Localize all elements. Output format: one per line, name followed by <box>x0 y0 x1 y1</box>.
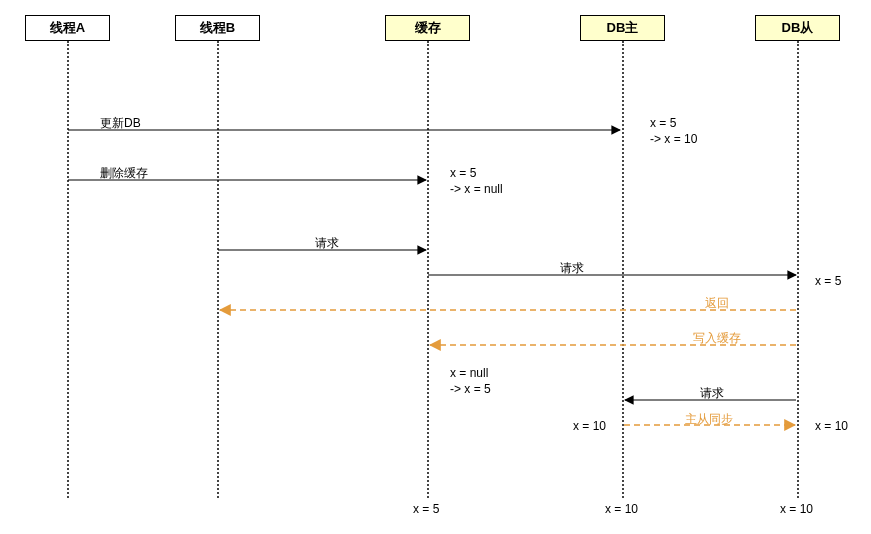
arrows-layer <box>0 0 871 534</box>
note-master-sync-left: x = 10 <box>573 418 606 434</box>
label-request-1: 请求 <box>315 235 339 252</box>
label-request-3: 请求 <box>700 385 724 402</box>
note-cache-delete-line1: x = 5 <box>450 166 476 180</box>
label-request-2: 请求 <box>560 260 584 277</box>
label-update-db: 更新DB <box>100 115 141 132</box>
label-master-slave-sync: 主从同步 <box>685 411 733 428</box>
sequence-diagram: 线程A 线程B 缓存 DB主 DB从 <box>0 0 871 534</box>
note-db-master-update: x = 5 -> x = 10 <box>650 115 697 147</box>
lifeline-thread-b <box>217 41 219 498</box>
participant-thread-a: 线程A <box>25 15 110 41</box>
note-slave-read-value: x = 5 <box>815 273 841 289</box>
note-db-master-update-line2: -> x = 10 <box>650 132 697 146</box>
endlabel-cache: x = 5 <box>413 502 439 516</box>
note-slave-sync-right: x = 10 <box>815 418 848 434</box>
endlabel-db-slave: x = 10 <box>780 502 813 516</box>
label-delete-cache: 删除缓存 <box>100 165 148 182</box>
participant-db-master: DB主 <box>580 15 665 41</box>
lifeline-db-master <box>622 41 624 498</box>
participant-thread-b: 线程B <box>175 15 260 41</box>
endlabel-db-master: x = 10 <box>605 502 638 516</box>
label-write-cache: 写入缓存 <box>693 330 741 347</box>
note-cache-delete: x = 5 -> x = null <box>450 165 503 197</box>
note-db-master-update-line1: x = 5 <box>650 116 676 130</box>
lifeline-thread-a <box>67 41 69 498</box>
label-return: 返回 <box>705 295 729 312</box>
participant-db-slave: DB从 <box>755 15 840 41</box>
lifeline-cache <box>427 41 429 498</box>
note-cache-write-line1: x = null <box>450 366 488 380</box>
lifeline-db-slave <box>797 41 799 498</box>
participant-cache: 缓存 <box>385 15 470 41</box>
note-cache-delete-line2: -> x = null <box>450 182 503 196</box>
note-cache-write: x = null -> x = 5 <box>450 365 491 397</box>
note-cache-write-line2: -> x = 5 <box>450 382 491 396</box>
